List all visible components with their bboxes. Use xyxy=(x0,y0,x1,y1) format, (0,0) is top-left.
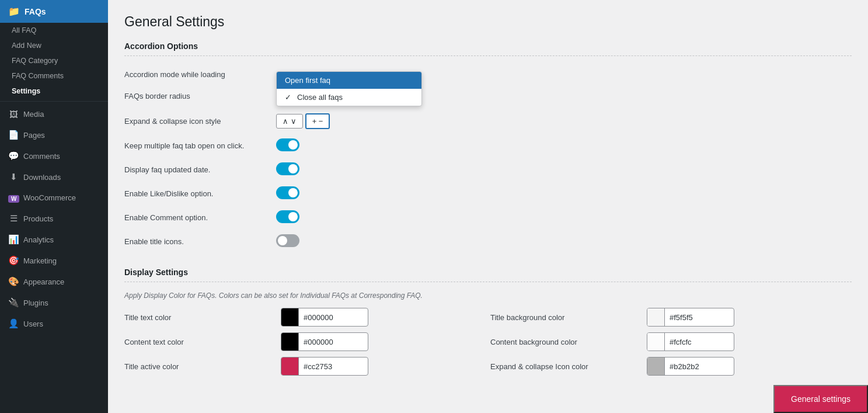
content-bg-color-field[interactable]: #fcfcfc xyxy=(647,332,734,351)
title-active-color-label: Title active color xyxy=(124,362,276,371)
sidebar-label-comments: Comments xyxy=(23,152,60,161)
content-bg-color-label: Content background color xyxy=(490,338,642,346)
enable-comment-knob xyxy=(288,212,298,221)
content-text-color-field[interactable]: #000000 xyxy=(281,332,368,351)
enable-icons-control xyxy=(276,230,852,254)
sidebar-label-plugins: Plugins xyxy=(23,299,48,307)
display-updated-label: Display faq updated date. xyxy=(124,158,276,182)
sidebar-faqs-label: FAQs xyxy=(25,7,46,16)
keep-multiple-row: Keep multiple faq tab open on click. xyxy=(124,134,852,158)
color-row-3: Title active color #cc2753 Expand & coll… xyxy=(124,357,852,376)
sidebar-icon-downloads: ⬇ xyxy=(8,172,19,182)
sidebar-item-products[interactable]: ☰Products xyxy=(0,208,108,229)
enable-icons-row: Enable title icons. xyxy=(124,230,852,254)
sidebar-sub-item-all-faq[interactable]: All FAQ xyxy=(0,23,108,38)
title-text-color-field[interactable]: #000000 xyxy=(281,308,368,327)
sidebar-label-analytics: Analytics xyxy=(23,235,54,244)
accordion-mode-label: Accordion mode while loading xyxy=(124,65,276,84)
sidebar-item-analytics[interactable]: 📊Analytics xyxy=(0,229,108,250)
sidebar-icon-analytics: 📊 xyxy=(8,234,19,245)
sidebar-icon-marketing: 🎯 xyxy=(8,255,19,266)
accordion-mode-row: Accordion mode while loading Open first … xyxy=(124,65,852,84)
sidebar-sub-item-add-new[interactable]: Add New xyxy=(0,38,108,53)
sidebar-item-woocommerce[interactable]: WWooCommerce xyxy=(0,188,108,208)
save-button[interactable]: General settings xyxy=(773,385,868,413)
expand-icon-color-label: Expand & collapse Icon color xyxy=(490,362,642,371)
expand-icon-color-field[interactable]: #b2b2b2 xyxy=(647,357,734,376)
content-text-color-swatch xyxy=(281,333,299,350)
sidebar-item-marketing[interactable]: 🎯Marketing xyxy=(0,250,108,271)
border-radius-row: FAQs border radius xyxy=(124,84,852,109)
accordion-section-title: Accordion Options xyxy=(124,41,852,51)
sidebar-label-marketing: Marketing xyxy=(23,256,57,265)
sidebar-item-comments[interactable]: 💬Comments xyxy=(0,145,108,166)
enable-comment-row: Enable Comment option. xyxy=(124,206,852,230)
keep-multiple-control xyxy=(276,134,852,158)
dropdown-option-open-first[interactable]: Open first faq xyxy=(277,72,421,89)
title-active-color-swatch xyxy=(281,358,299,375)
sidebar-icon-users: 👤 xyxy=(8,318,19,329)
keep-multiple-knob xyxy=(288,140,298,150)
sidebar-divider xyxy=(0,101,108,102)
sidebar-icon-pages: 📄 xyxy=(8,130,19,140)
enable-icons-toggle[interactable] xyxy=(276,234,299,247)
sidebar-item-pages[interactable]: 📄Pages xyxy=(0,124,108,145)
keep-multiple-label: Keep multiple faq tab open on click. xyxy=(124,134,276,158)
enable-like-track xyxy=(276,186,299,199)
sidebar-label-pages: Pages xyxy=(23,131,45,140)
accordion-settings-table: Accordion mode while loading Open first … xyxy=(124,65,852,254)
display-updated-toggle[interactable] xyxy=(276,162,299,175)
enable-like-row: Enable Like/Dislike option. xyxy=(124,182,852,206)
sidebar-icon-plugins: 🔌 xyxy=(8,297,19,308)
keep-multiple-toggle[interactable] xyxy=(276,138,299,151)
icon-style-plus-minus[interactable]: + − xyxy=(305,113,330,129)
dropdown-option-close-all[interactable]: Close all faqs xyxy=(277,89,421,106)
enable-comment-control xyxy=(276,206,852,230)
sidebar-item-downloads[interactable]: ⬇Downloads xyxy=(0,166,108,188)
display-divider xyxy=(124,282,852,282)
title-active-color-field[interactable]: #cc2753 xyxy=(281,357,368,376)
sidebar-item-users[interactable]: 👤Users xyxy=(0,313,108,334)
display-updated-track xyxy=(276,162,299,175)
sidebar-sub-item-faq-comments[interactable]: FAQ Comments xyxy=(0,68,108,84)
sidebar: 📁 FAQs All FAQAdd NewFAQ CategoryFAQ Com… xyxy=(0,0,108,413)
sidebar-label-media: Media xyxy=(23,110,44,119)
icon-style-chevron[interactable]: ∧ ∨ xyxy=(276,114,303,129)
title-text-color-value: #000000 xyxy=(299,313,368,322)
sidebar-label-downloads: Downloads xyxy=(23,173,61,182)
main-content: General Settings Accordion Options Accor… xyxy=(108,0,868,413)
sidebar-icon-media: 🖼 xyxy=(8,109,19,119)
sidebar-item-appearance[interactable]: 🎨Appearance xyxy=(0,271,108,292)
accordion-dropdown-popup: Open first faq Close all faqs xyxy=(276,71,422,106)
keep-multiple-track xyxy=(276,138,299,151)
enable-comment-toggle[interactable] xyxy=(276,210,299,223)
folder-icon: 📁 xyxy=(8,6,20,17)
title-bg-color-label: Title background color xyxy=(490,313,642,322)
border-radius-label: FAQs border radius xyxy=(124,84,276,109)
icon-style-control: ∧ ∨ + − xyxy=(276,109,852,134)
enable-comment-label: Enable Comment option. xyxy=(124,206,276,230)
title-bg-color-field[interactable]: #f5f5f5 xyxy=(647,308,734,327)
enable-like-label: Enable Like/Dislike option. xyxy=(124,182,276,206)
sidebar-sub-item-settings[interactable]: Settings xyxy=(0,84,108,99)
sidebar-icon-appearance: 🎨 xyxy=(8,276,19,287)
enable-like-toggle[interactable] xyxy=(276,186,299,199)
accordion-section: Accordion Options Accordion mode while l… xyxy=(124,41,852,254)
color-rows: Title text color #000000 Title backgroun… xyxy=(124,308,852,376)
sidebar-faqs-header[interactable]: 📁 FAQs xyxy=(0,0,108,23)
display-updated-knob xyxy=(288,164,298,173)
content-text-color-value: #000000 xyxy=(299,338,368,346)
color-row-2: Content text color #000000 Content backg… xyxy=(124,332,852,351)
display-updated-row: Display faq updated date. xyxy=(124,158,852,182)
sidebar-item-media[interactable]: 🖼Media xyxy=(0,104,108,124)
title-active-color-value: #cc2753 xyxy=(299,362,368,371)
sidebar-icon-comments: 💬 xyxy=(8,151,19,161)
sidebar-sub-item-faq-category[interactable]: FAQ Category xyxy=(0,53,108,68)
enable-like-knob xyxy=(288,188,298,197)
icon-style-label: Expand & collapse icon style xyxy=(124,109,276,134)
sidebar-item-plugins[interactable]: 🔌Plugins xyxy=(0,292,108,313)
sidebar-icon-products: ☰ xyxy=(8,213,19,224)
title-bg-color-swatch xyxy=(647,308,665,326)
expand-icon-color-swatch xyxy=(647,358,665,375)
sidebar-label-users: Users xyxy=(23,320,43,328)
